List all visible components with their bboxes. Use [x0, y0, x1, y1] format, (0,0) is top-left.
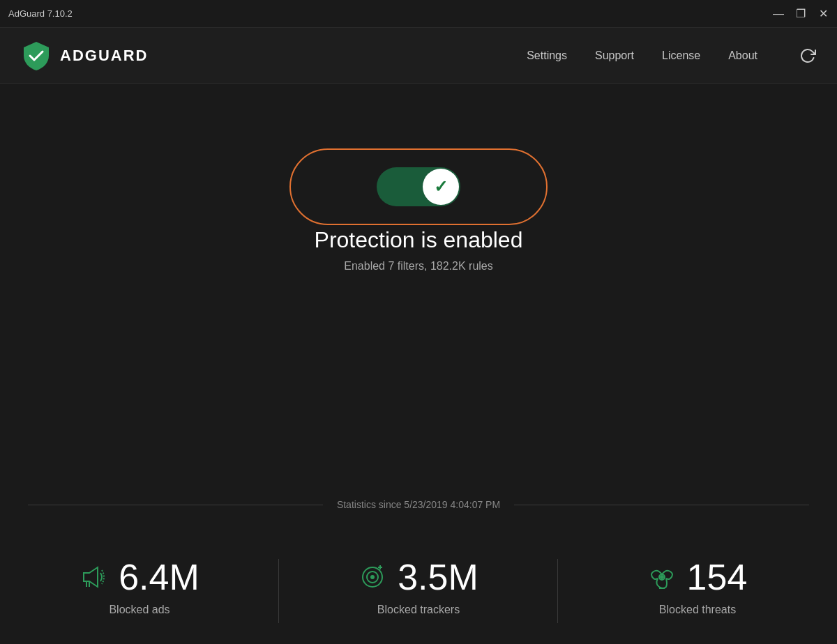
blocked-threats-label: Blocked threats	[659, 604, 736, 616]
blocked-trackers-number: 3.5M	[398, 559, 478, 595]
protection-status-subtitle: Enabled 7 filters, 182.2K rules	[344, 260, 492, 273]
title-bar: AdGuard 7.10.2 — ❐ ✕	[0, 0, 837, 28]
protection-toggle-area: ✓	[377, 167, 460, 206]
maximize-button[interactable]: ❐	[795, 8, 806, 20]
stats-cards: 6.4M Blocked ads 3.5M Blocked trackers	[0, 538, 837, 644]
nav-settings[interactable]: Settings	[527, 49, 567, 62]
blocked-trackers-label: Blocked trackers	[377, 604, 460, 616]
stats-since-text: Statistics since 5/23/2019 4:04:07 PM	[323, 499, 514, 510]
megaphone-icon	[80, 563, 107, 591]
close-button[interactable]: ✕	[817, 8, 829, 20]
toggle-knob: ✓	[423, 169, 459, 205]
blocked-threats-number: 154	[687, 559, 748, 595]
logo-container: ADGUARD	[21, 40, 527, 71]
nav-license[interactable]: License	[662, 49, 700, 62]
stats-divider-left	[28, 505, 323, 505]
svg-point-6	[371, 576, 374, 578]
header: ADGUARD Settings Support License About	[0, 28, 837, 84]
stat-card-threats: 154 Blocked threats	[558, 538, 837, 644]
stats-section: Statistics since 5/23/2019 4:04:07 PM 6.…	[0, 499, 837, 644]
main-content: ✓ Protection is enabled Enabled 7 filter…	[0, 84, 837, 273]
svg-point-10	[661, 576, 663, 578]
stat-card-ads: 6.4M Blocked ads	[0, 538, 279, 644]
blocked-ads-label: Blocked ads	[109, 604, 169, 616]
minimize-button[interactable]: —	[773, 8, 784, 20]
refresh-button[interactable]	[799, 47, 816, 64]
stats-divider-right	[514, 505, 809, 505]
protection-status-title: Protection is enabled	[315, 227, 523, 253]
adguard-logo-icon	[21, 40, 52, 71]
protection-toggle[interactable]: ✓	[377, 167, 460, 206]
app-title: AdGuard 7.10.2	[8, 8, 73, 19]
tracker-icon	[359, 563, 386, 591]
check-icon: ✓	[434, 177, 448, 197]
stat-top-trackers: 3.5M	[359, 559, 478, 595]
biohazard-icon	[648, 563, 676, 591]
logo-text: ADGUARD	[60, 47, 148, 65]
stat-top-ads: 6.4M	[80, 559, 199, 595]
nav-support[interactable]: Support	[595, 49, 634, 62]
window-controls: — ❐ ✕	[773, 8, 829, 20]
blocked-ads-number: 6.4M	[119, 559, 199, 595]
nav-links: Settings Support License About	[527, 47, 816, 64]
stats-header: Statistics since 5/23/2019 4:04:07 PM	[0, 499, 837, 510]
stat-card-trackers: 3.5M Blocked trackers	[279, 538, 558, 644]
stat-top-threats: 154	[648, 559, 748, 595]
nav-about[interactable]: About	[728, 49, 757, 62]
